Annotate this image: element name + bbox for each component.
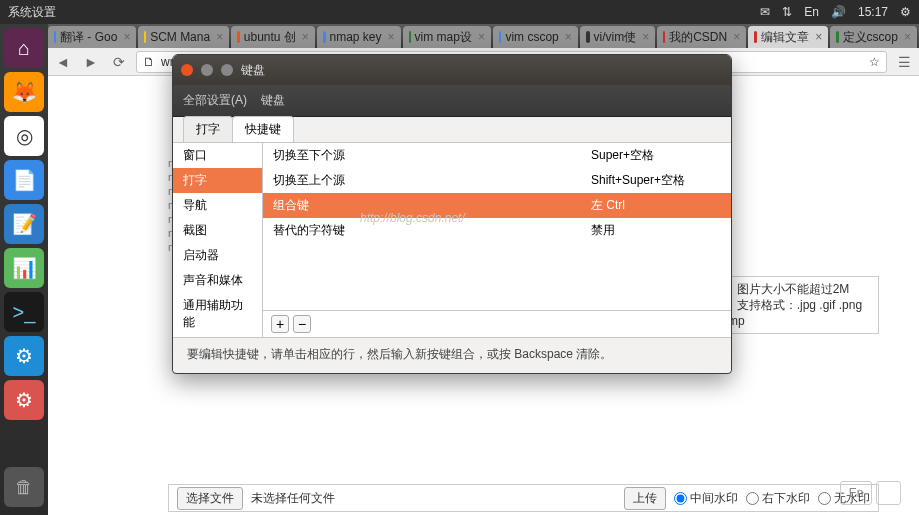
maximize-icon[interactable] xyxy=(221,64,233,76)
dialog-title: 键盘 xyxy=(241,62,265,79)
browser-tab[interactable]: 定义cscop× xyxy=(830,26,917,48)
trash-icon[interactable]: 🗑 xyxy=(4,467,44,507)
forward-button[interactable]: ► xyxy=(80,51,102,73)
browser-tab[interactable]: SCM Mana× xyxy=(138,26,229,48)
browser-tab[interactable]: ubuntu 创× xyxy=(231,26,315,48)
browser-tabs: 翻译 - Goo×SCM Mana×ubuntu 创×nmap key×vim … xyxy=(48,24,919,48)
dash-icon[interactable]: ⌂ xyxy=(4,28,44,68)
close-icon[interactable]: × xyxy=(216,30,223,44)
choose-file-button[interactable]: 选择文件 xyxy=(177,487,243,510)
site-icon: 🗋 xyxy=(143,55,155,69)
back-button[interactable]: ◄ xyxy=(52,51,74,73)
lang-other[interactable] xyxy=(876,481,901,505)
clock[interactable]: 15:17 xyxy=(858,5,888,19)
image-hint-2: 2、支持格式：.jpg .gif .png .bmp xyxy=(718,297,870,329)
lang-en[interactable]: En xyxy=(840,481,873,505)
shortcut-row[interactable]: 组合键左 Ctrl xyxy=(263,193,731,218)
gnome-top-bar: 系统设置 ✉ ⇅ En 🔊 15:17 ⚙ xyxy=(0,0,919,24)
tab-shortcut[interactable]: 快捷键 xyxy=(232,116,294,142)
chrome-icon[interactable]: ◎ xyxy=(4,116,44,156)
tab-typing[interactable]: 打字 xyxy=(183,116,233,142)
wm-br-radio[interactable]: 右下水印 xyxy=(746,490,810,507)
close-icon[interactable]: × xyxy=(302,30,309,44)
indicator-area: ✉ ⇅ En 🔊 15:17 ⚙ xyxy=(760,5,911,19)
close-icon[interactable]: × xyxy=(733,30,740,44)
add-remove-row: + − xyxy=(263,310,731,337)
close-icon[interactable]: × xyxy=(642,30,649,44)
keyboard-crumb: 键盘 xyxy=(261,92,285,109)
dialog-hint: 要编辑快捷键，请单击相应的行，然后输入新按键组合，或按 Backspace 清除… xyxy=(173,337,731,371)
keyboard-settings-dialog: 键盘 全部设置(A) 键盘 打字 快捷键 窗口打字导航截图启动器声音和媒体通用辅… xyxy=(172,54,732,374)
browser-tab[interactable]: vi/vim使× xyxy=(580,26,655,48)
mail-icon[interactable]: ✉ xyxy=(760,5,770,19)
category-sidebar[interactable]: 窗口打字导航截图启动器声音和媒体通用辅助功能系统自定义快捷键 xyxy=(173,143,263,337)
shortcut-row[interactable]: 切换至上个源Shift+Super+空格 xyxy=(263,168,731,193)
browser-tab[interactable]: 翻译 - Goo× xyxy=(48,26,136,48)
firefox-icon[interactable]: 🦊 xyxy=(4,72,44,112)
close-icon[interactable]: × xyxy=(904,30,911,44)
file-upload-row: 选择文件 未选择任何文件 上传 中间水印 右下水印 无水印 xyxy=(168,484,879,512)
sidebar-item[interactable]: 声音和媒体 xyxy=(173,268,262,293)
dialog-tabs: 打字 快捷键 xyxy=(173,117,731,143)
gear-icon[interactable]: ⚙ xyxy=(900,5,911,19)
browser-tab[interactable]: vim map设× xyxy=(403,26,491,48)
window-title: 系统设置 xyxy=(8,4,760,21)
all-settings-button[interactable]: 全部设置(A) xyxy=(183,92,247,109)
volume-icon[interactable]: 🔊 xyxy=(831,5,846,19)
terminal-icon[interactable]: >_ xyxy=(4,292,44,332)
browser-tab[interactable]: vim cscop× xyxy=(493,26,578,48)
menu-button[interactable]: ☰ xyxy=(893,51,915,73)
dialog-toolbar: 全部设置(A) 键盘 xyxy=(173,85,731,117)
shortcut-row[interactable]: 切换至下个源Super+空格 xyxy=(263,143,731,168)
calc-icon[interactable]: 📊 xyxy=(4,248,44,288)
browser-tab[interactable]: 编辑文章× xyxy=(748,26,828,48)
lang-indicator[interactable]: En xyxy=(804,5,819,19)
sidebar-item[interactable]: 窗口 xyxy=(173,143,262,168)
image-hint-1: 1、图片大小不能超过2M xyxy=(718,281,870,297)
close-icon[interactable]: × xyxy=(478,30,485,44)
services-icon[interactable]: ⚙ xyxy=(4,380,44,420)
close-icon[interactable]: × xyxy=(123,30,130,44)
shortcut-row[interactable]: 替代的字符键禁用 xyxy=(263,218,731,243)
sidebar-item[interactable]: 打字 xyxy=(173,168,262,193)
unity-launcher: ⌂ 🦊 ◎ 📄 📝 📊 >_ ⚙ ⚙ 🗑 xyxy=(0,24,48,515)
files-icon[interactable]: 📄 xyxy=(4,160,44,200)
upload-button[interactable]: 上传 xyxy=(624,487,666,510)
browser-tab[interactable]: nmap key× xyxy=(317,26,401,48)
dialog-titlebar[interactable]: 键盘 xyxy=(173,55,731,85)
close-icon[interactable] xyxy=(181,64,193,76)
sidebar-item[interactable]: 通用辅助功能 xyxy=(173,293,262,335)
sidebar-item[interactable]: 导航 xyxy=(173,193,262,218)
shortcut-list: 切换至下个源Super+空格切换至上个源Shift+Super+空格组合键左 C… xyxy=(263,143,731,337)
settings-icon[interactable]: ⚙ xyxy=(4,336,44,376)
lang-switch[interactable]: En xyxy=(840,481,901,505)
sidebar-item[interactable]: 系统 xyxy=(173,335,262,337)
sidebar-item[interactable]: 启动器 xyxy=(173,243,262,268)
browser-tab[interactable]: 我的CSDN× xyxy=(657,26,746,48)
bookmark-icon[interactable]: ☆ xyxy=(869,55,880,69)
add-button[interactable]: + xyxy=(271,315,289,333)
minimize-icon[interactable] xyxy=(201,64,213,76)
writer-icon[interactable]: 📝 xyxy=(4,204,44,244)
close-icon[interactable]: × xyxy=(815,30,822,44)
close-icon[interactable]: × xyxy=(388,30,395,44)
no-file-label: 未选择任何文件 xyxy=(251,490,335,507)
close-icon[interactable]: × xyxy=(565,30,572,44)
image-hint-box: 1、图片大小不能超过2M 2、支持格式：.jpg .gif .png .bmp xyxy=(709,276,879,334)
reload-button[interactable]: ⟳ xyxy=(108,51,130,73)
sidebar-item[interactable]: 截图 xyxy=(173,218,262,243)
remove-button[interactable]: − xyxy=(293,315,311,333)
wm-center-radio[interactable]: 中间水印 xyxy=(674,490,738,507)
network-icon[interactable]: ⇅ xyxy=(782,5,792,19)
